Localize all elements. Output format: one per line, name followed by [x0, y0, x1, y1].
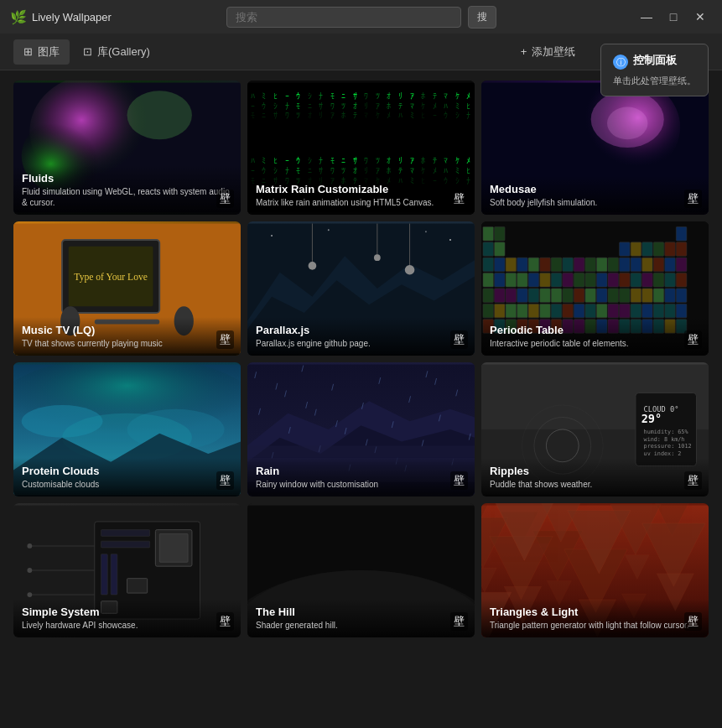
add-icon: +	[521, 45, 527, 58]
card-desc-periodic: Interactive periodic table of elements.	[490, 338, 700, 349]
card-title-triangles: Triangles & Light	[490, 606, 700, 618]
card-action-icon-triangles[interactable]: 壁	[684, 612, 702, 631]
content-area: Fluids Fluid simulation using WebGL, rea…	[0, 70, 722, 728]
wallpaper-card-rain[interactable]: Rain Rainy window with customisation 壁	[247, 362, 475, 497]
card-action-icon-protein-clouds[interactable]: 壁	[216, 471, 234, 490]
card-info-triangles: Triangles & Light Triangle pattern gener…	[481, 599, 709, 637]
title-bar-left: 🌿 Lively Wallpaper	[10, 9, 112, 24]
card-info-ripples: Ripples Puddle that shows weather.	[481, 458, 709, 497]
card-desc-simple-system: Lively hardware API showcase.	[22, 620, 232, 631]
card-desc-parallax: Parallax.js engine github page.	[256, 338, 466, 349]
gallery-icon: ⊡	[83, 45, 92, 58]
card-title-ripples: Ripples	[490, 465, 700, 477]
card-action-icon-simple-system[interactable]: 壁	[216, 612, 234, 631]
close-button[interactable]: ✕	[688, 5, 712, 29]
app-logo: 🌿	[10, 9, 25, 24]
card-title-the-hill: The Hill	[256, 606, 466, 618]
card-info-medusae: Medusae Soft body jellyfish simulation.	[481, 176, 709, 215]
card-info-the-hill: The Hill Shader generated hill.	[247, 599, 475, 637]
wallpaper-card-matrix-rain[interactable]: ﾊ ｰ ﾓﾐ ｳ ﾆﾋ ｼ ｻｰ ﾅ ﾜｳ	[247, 81, 475, 215]
add-label: 添加壁纸	[532, 44, 575, 60]
card-desc-music-tv: TV that shows currently playing music	[22, 338, 232, 349]
wallpaper-card-music-tv[interactable]: Type of Your Love Music TV (LQ) TV that …	[13, 221, 241, 356]
library-label: 图库	[38, 44, 60, 60]
card-desc-protein-clouds: Customisable clouds	[22, 479, 232, 490]
library-button[interactable]: ⊞ 图库	[13, 39, 70, 65]
card-desc-matrix-rain: Matrix like rain animation using HTML5 C…	[256, 197, 466, 208]
wallpaper-card-simple-system[interactable]: Simple System Lively hardware API showca…	[13, 503, 241, 637]
card-action-icon-rain[interactable]: 壁	[450, 471, 468, 490]
wallpaper-card-parallax[interactable]: Parallax.js Parallax.js engine github pa…	[247, 221, 475, 356]
card-info-parallax: Parallax.js Parallax.js engine github pa…	[247, 317, 475, 356]
card-action-icon-medusae[interactable]: 壁	[684, 190, 702, 208]
card-title-periodic: Periodic Table	[490, 324, 700, 336]
card-desc-rain: Rainy window with customisation	[256, 479, 466, 490]
tooltip-text: 单击此处管理壁纸。	[613, 75, 696, 87]
wallpaper-card-medusae[interactable]: Medusae Soft body jellyfish simulation. …	[481, 81, 709, 215]
wallpaper-card-triangles[interactable]: Triangles & Light Triangle pattern gener…	[481, 503, 709, 637]
title-bar-center: 搜	[226, 6, 496, 29]
card-title-matrix-rain: Matrix Rain Customizable	[256, 183, 466, 195]
card-action-icon-parallax[interactable]: 壁	[450, 330, 468, 349]
add-wallpaper-button[interactable]: + 添加壁纸	[511, 39, 586, 65]
card-info-matrix-rain: Matrix Rain Customizable Matrix like rai…	[247, 176, 475, 215]
minimize-button[interactable]: —	[635, 5, 658, 29]
card-info-protein-clouds: Protein Clouds Customisable clouds	[13, 458, 241, 497]
wallpaper-card-ripples[interactable]: CLOUD 0° 29° humidity: 65% wind: 8 km/h …	[481, 362, 709, 497]
card-action-icon-matrix-rain[interactable]: 壁	[450, 190, 468, 208]
wallpaper-card-the-hill[interactable]: The Hill Shader generated hill. 壁	[247, 503, 475, 637]
card-action-icon-periodic[interactable]: 壁	[684, 330, 702, 349]
card-desc-ripples: Puddle that shows weather.	[490, 479, 700, 490]
title-bar: 🌿 Lively Wallpaper 搜 — □ ✕	[0, 0, 722, 34]
wallpaper-card-protein-clouds[interactable]: Protein Clouds Customisable clouds 壁	[13, 362, 241, 497]
tooltip-popup[interactable]: ⓘ 控制面板 单击此处管理壁纸。	[600, 44, 709, 96]
card-title-parallax: Parallax.js	[256, 324, 466, 336]
card-title-protein-clouds: Protein Clouds	[22, 465, 232, 477]
maximize-button[interactable]: □	[662, 5, 685, 29]
title-bar-controls: — □ ✕	[635, 5, 712, 29]
search-button[interactable]: 搜	[468, 6, 496, 29]
tooltip-icon: ⓘ	[613, 55, 628, 70]
card-action-icon-ripples[interactable]: 壁	[684, 471, 702, 490]
library-icon: ⊞	[23, 45, 33, 58]
tooltip-title: 控制面板	[633, 53, 677, 68]
card-desc-fluids: Fluid simulation using WebGL, reacts wit…	[22, 186, 232, 208]
search-input[interactable]	[226, 7, 461, 28]
card-info-rain: Rain Rainy window with customisation	[247, 458, 475, 497]
gallery-button[interactable]: ⊡ 库(Gallery)	[73, 39, 160, 65]
wallpaper-card-periodic[interactable]: Periodic Table Interactive periodic tabl…	[481, 221, 709, 356]
card-action-icon-music-tv[interactable]: 壁	[216, 330, 234, 349]
card-title-simple-system: Simple System	[22, 606, 232, 618]
card-desc-the-hill: Shader generated hill.	[256, 620, 466, 631]
card-info-fluids: Fluids Fluid simulation using WebGL, rea…	[13, 165, 241, 215]
card-action-icon-the-hill[interactable]: 壁	[450, 612, 468, 631]
card-title-medusae: Medusae	[490, 183, 700, 195]
card-title-fluids: Fluids	[22, 172, 232, 185]
card-desc-triangles: Triangle pattern generator with light th…	[490, 620, 700, 631]
card-desc-medusae: Soft body jellyfish simulation.	[490, 197, 700, 208]
card-title-music-tv: Music TV (LQ)	[22, 324, 232, 336]
card-info-periodic: Periodic Table Interactive periodic tabl…	[481, 317, 709, 356]
card-action-icon-fluids[interactable]: 壁	[216, 190, 234, 208]
gallery-label: 库(Gallery)	[97, 44, 150, 60]
app-title: Lively Wallpaper	[32, 11, 112, 23]
wallpaper-card-fluids[interactable]: Fluids Fluid simulation using WebGL, rea…	[13, 81, 241, 215]
card-info-simple-system: Simple System Lively hardware API showca…	[13, 599, 241, 637]
card-title-rain: Rain	[256, 465, 466, 477]
wallpaper-grid: Fluids Fluid simulation using WebGL, rea…	[13, 81, 709, 637]
card-info-music-tv: Music TV (LQ) TV that shows currently pl…	[13, 317, 241, 356]
